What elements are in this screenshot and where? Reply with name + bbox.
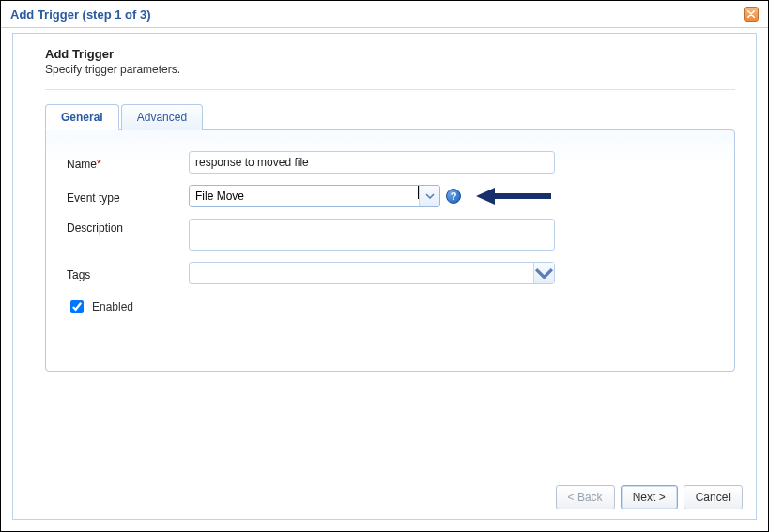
- tab-bar: General Advanced: [45, 103, 735, 129]
- label-tags: Tags: [67, 266, 189, 281]
- chevron-down-icon: [534, 267, 554, 280]
- tags-dropdown-button[interactable]: [533, 263, 554, 283]
- required-marker: *: [97, 158, 101, 171]
- cancel-button[interactable]: Cancel: [684, 485, 743, 509]
- back-button[interactable]: < Back: [556, 485, 615, 509]
- divider: [45, 89, 735, 90]
- page-subtitle: Specify trigger parameters.: [45, 63, 735, 76]
- help-icon: ?: [451, 190, 457, 202]
- row-description: Description: [67, 219, 714, 251]
- description-input[interactable]: [189, 219, 555, 251]
- name-input[interactable]: [189, 151, 555, 174]
- row-event-type: Event type ?: [67, 185, 714, 207]
- row-tags: Tags: [67, 262, 714, 284]
- event-type-input[interactable]: [190, 186, 418, 206]
- page-title: Add Trigger: [45, 47, 735, 61]
- dialog-window: Add Trigger (step 1 of 3) Add Trigger Sp…: [0, 0, 769, 532]
- row-enabled: Enabled: [67, 296, 714, 316]
- event-type-combo[interactable]: [189, 185, 440, 207]
- label-description: Description: [67, 219, 189, 235]
- annotation-arrow: [474, 186, 553, 206]
- row-name: Name*: [67, 151, 714, 174]
- tags-combo[interactable]: [189, 262, 555, 284]
- label-enabled: Enabled: [92, 300, 133, 313]
- tab-container: General Advanced Name* Event type: [45, 103, 735, 372]
- close-icon: [747, 10, 755, 18]
- tab-panel-general: Name* Event type ?: [45, 129, 735, 372]
- wizard-button-bar: < Back Next > Cancel: [556, 485, 743, 509]
- close-button[interactable]: [744, 7, 759, 22]
- dialog-title: Add Trigger (step 1 of 3): [10, 8, 151, 22]
- svg-marker-1: [476, 188, 495, 205]
- tab-advanced[interactable]: Advanced: [121, 104, 203, 130]
- enabled-checkbox[interactable]: [70, 300, 84, 313]
- dialog-header-block: Add Trigger Specify trigger parameters.: [13, 34, 756, 85]
- next-button[interactable]: Next >: [621, 485, 678, 509]
- chevron-down-icon: [425, 193, 435, 199]
- tags-input-area[interactable]: [190, 263, 533, 283]
- label-name: Name*: [67, 155, 189, 171]
- event-type-help-button[interactable]: ?: [446, 189, 461, 204]
- tab-general[interactable]: General: [45, 104, 119, 130]
- enabled-checkbox-wrap: Enabled: [67, 297, 133, 316]
- dialog-titlebar: Add Trigger (step 1 of 3): [1, 1, 768, 28]
- event-type-dropdown-button[interactable]: [419, 186, 439, 206]
- dialog-body: Add Trigger Specify trigger parameters. …: [12, 33, 757, 520]
- label-event-type: Event type: [67, 189, 189, 205]
